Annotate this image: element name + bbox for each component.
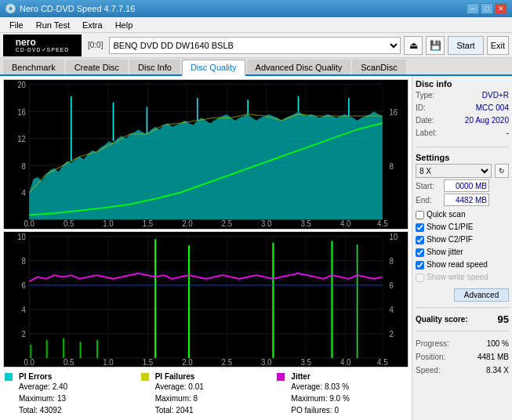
settings-title: Settings	[416, 153, 509, 162]
svg-text:2.0: 2.0	[182, 357, 193, 366]
show-write-speed-row: Show write speed	[416, 271, 509, 284]
svg-text:1.0: 1.0	[103, 357, 114, 366]
svg-text:4: 4	[22, 306, 27, 314]
advanced-button[interactable]: Advanced	[454, 288, 509, 302]
disc-date-value: 20 Aug 2020	[465, 114, 509, 127]
svg-text:8: 8	[22, 257, 27, 266]
tab-disc-quality[interactable]: Disc Quality	[182, 60, 245, 76]
stats-row: PI Errors Average: 2.40 Maximum: 13 Tota…	[3, 369, 409, 418]
svg-text:10: 10	[17, 233, 26, 241]
chart-pi-errors: 20 16 12 8 4 16 8 0.0 0.5 1.0 1.5 2.0 2.…	[3, 79, 409, 230]
main-content: 20 16 12 8 4 16 8 0.0 0.5 1.0 1.5 2.0 2.…	[0, 76, 512, 420]
svg-text:4: 4	[389, 306, 394, 314]
tab-disc-info[interactable]: Disc Info	[129, 60, 180, 74]
disc-type-value: DVD+R	[482, 89, 509, 102]
svg-text:1.5: 1.5	[143, 357, 154, 366]
window-controls: ─ □ ✕	[467, 3, 507, 14]
svg-rect-79	[30, 344, 31, 357]
show-c1pie-row: Show C1/PIE	[416, 221, 509, 234]
start-input[interactable]: 0000 MB	[444, 179, 489, 192]
pi-errors-total-value: 43092	[40, 406, 62, 415]
drive-selector[interactable]: BENQ DVD DD DW1640 BSLB	[109, 37, 401, 54]
svg-text:0.0: 0.0	[24, 357, 34, 366]
jitter-po-value: 0	[334, 406, 339, 415]
speed-select[interactable]: 8 X	[416, 164, 492, 178]
drive-label: [0:0]	[85, 41, 106, 49]
menu-extra[interactable]: Extra	[76, 19, 109, 31]
close-button[interactable]: ✕	[495, 3, 507, 14]
svg-text:3.0: 3.0	[261, 357, 272, 366]
exit-button[interactable]: Exit	[487, 36, 509, 55]
jitter-legend	[277, 373, 285, 381]
chart-pi-failures: 10 8 6 4 2 10 8 6 4 2 0.0 0.5 1.0 1.5 2.…	[3, 231, 409, 368]
tab-benchmark[interactable]: Benchmark	[3, 60, 64, 74]
pi-failures-max-label: Maximum:	[155, 394, 191, 403]
start-button[interactable]: Start	[448, 36, 483, 55]
toolbar: nero CD·DVD✓SPEED [0:0] BENQ DVD DD DW16…	[0, 33, 512, 58]
tab-scandisc[interactable]: ScanDisc	[352, 60, 405, 74]
jitter-label: Jitter	[291, 372, 349, 381]
stat-pi-failures: PI Failures Average: 0.01 Maximum: 8 Tot…	[141, 372, 271, 416]
minimize-button[interactable]: ─	[467, 3, 479, 14]
svg-text:4.5: 4.5	[377, 219, 388, 228]
svg-rect-83	[96, 340, 98, 358]
app-logo: nero CD·DVD✓SPEED	[3, 34, 82, 56]
svg-text:8: 8	[22, 161, 27, 170]
quick-scan-label: Quick scan	[427, 208, 465, 221]
pi-errors-avg-value: 2.40	[53, 382, 67, 391]
progress-row: Progress: 100 %	[416, 337, 509, 350]
show-c2pif-checkbox[interactable]	[416, 236, 424, 244]
start-row: Start: 0000 MB	[416, 179, 509, 192]
chart2-svg: 10 8 6 4 2 10 8 6 4 2 0.0 0.5 1.0 1.5 2.…	[4, 232, 408, 367]
jitter-avg-label: Average:	[291, 382, 322, 391]
refresh-icon[interactable]: ↻	[495, 164, 509, 178]
menu-run-test[interactable]: Run Test	[30, 19, 76, 31]
disc-type-row: Type: DVD+R	[416, 89, 509, 102]
show-write-speed-label: Show write speed	[427, 271, 488, 284]
disc-label-value: -	[507, 127, 509, 139]
show-c1pie-checkbox[interactable]	[416, 223, 424, 232]
eject-icon[interactable]: ⏏	[404, 36, 423, 55]
quick-scan-row: Quick scan	[416, 208, 509, 221]
stat-jitter: Jitter Average: 8.03 % Maximum: 9.0 % PO…	[277, 372, 407, 416]
svg-rect-80	[46, 340, 48, 358]
pi-errors-avg-label: Average:	[19, 382, 50, 391]
disc-id-row: ID: MCC 004	[416, 102, 509, 114]
quick-scan-checkbox[interactable]	[416, 211, 424, 219]
tab-advanced-disc-quality[interactable]: Advanced Disc Quality	[247, 60, 351, 74]
svg-text:6: 6	[389, 281, 394, 290]
show-read-speed-checkbox[interactable]	[416, 261, 424, 270]
menu-help[interactable]: Help	[109, 19, 140, 31]
divider3	[416, 331, 509, 331]
svg-text:16: 16	[17, 108, 26, 117]
position-label: Position:	[416, 350, 445, 364]
svg-text:2: 2	[389, 330, 394, 339]
pi-errors-label: PI Errors	[19, 372, 67, 381]
show-read-speed-label: Show read speed	[427, 259, 488, 271]
show-write-speed-checkbox[interactable]	[416, 273, 424, 282]
pi-failures-avg-label: Average:	[155, 382, 187, 391]
svg-text:4: 4	[22, 189, 27, 197]
progress-block: Progress: 100 % Position: 4481 MB Speed:…	[416, 337, 509, 377]
tab-create-disc[interactable]: Create Disc	[66, 60, 128, 74]
show-read-speed-row: Show read speed	[416, 259, 509, 271]
divider1	[416, 147, 509, 147]
svg-text:8: 8	[389, 257, 394, 266]
svg-text:16: 16	[389, 108, 398, 117]
quality-score-row: Quality score: 95	[416, 313, 509, 325]
maximize-button[interactable]: □	[481, 3, 493, 14]
pi-failures-label: PI Failures	[155, 372, 204, 381]
chart-area: 20 16 12 8 4 16 8 0.0 0.5 1.0 1.5 2.0 2.…	[0, 76, 412, 420]
sidebar: Disc info Type: DVD+R ID: MCC 004 Date: …	[412, 76, 512, 420]
svg-text:0.0: 0.0	[24, 219, 34, 228]
save-icon[interactable]: 💾	[426, 36, 445, 55]
svg-text:20: 20	[17, 81, 26, 89]
progress-value: 100 %	[487, 337, 509, 350]
disc-info-title: Disc info	[416, 79, 509, 89]
menu-file[interactable]: File	[3, 19, 30, 31]
quality-score-value: 95	[498, 313, 509, 325]
svg-text:1.0: 1.0	[103, 219, 114, 228]
end-input[interactable]: 4482 MB	[444, 194, 489, 206]
speed-row: 8 X ↻	[416, 164, 509, 178]
show-jitter-checkbox[interactable]	[416, 248, 424, 257]
